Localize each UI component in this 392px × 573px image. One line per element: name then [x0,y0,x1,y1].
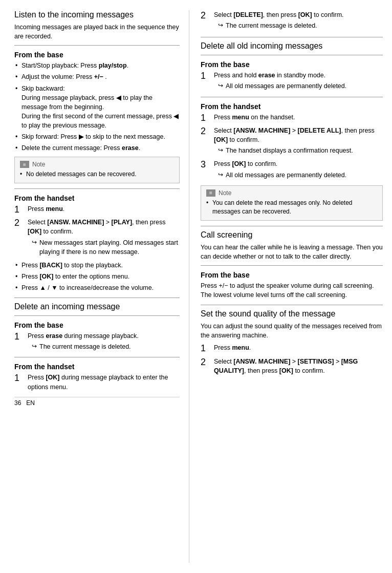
del-all-handset-step-3: 3 Press [OK] to confirm. ↪ All old messa… [201,159,383,181]
del-all-base-arrow-1: ↪ All old messages are permanently delet… [214,81,383,91]
divider-1 [14,45,180,46]
page-container: Listen to the incoming messages Incoming… [0,0,392,573]
note-box-2: ≡ Note You can delete the read messages … [201,185,383,221]
del-base-step-content-1: Press erase during message playback. ↪ T… [28,331,180,353]
del-all-h-arrow-2: ↪ All old messages are permanently delet… [214,171,383,180]
sound-quality-intro: You can adjust the sound quality of the … [201,322,383,340]
del-all-handset-step-2: 2 Select [ANSW. MACHINE] > [DELETE ALL],… [201,126,383,157]
sound-step-content-1: Press menu. [214,343,383,352]
right-step-content-2: Select [DELETE], then press [OK] to conf… [214,10,383,32]
sound-step-1: 1 Press menu. [201,343,383,354]
intro-text: Incoming messages are played back in the… [14,23,180,41]
from-handset-section: From the handset 1 Press menu. 2 Select … [14,194,180,292]
delete-handset-title: From the handset [14,363,180,371]
right-arrow-text-1: The current message is deleted. [226,21,317,30]
sound-step-content-2: Select [ANSW. MACHINE] > [SETTINGS] > [M… [214,357,383,375]
step-content-2: Select [ANSW. MACHINE] > [PLAY], then pr… [28,218,180,258]
del-all-base-arrow-sym-1: ↪ [218,81,223,90]
from-base-title: From the base [14,51,180,59]
del-all-base-step-1: 1 Press and hold erase in standby mode. … [201,71,383,92]
extra-bullet-1: Press [BACK] to stop the playback. [14,261,180,270]
bullet-3: Skip backward: During message playback, … [14,84,180,131]
del-all-base-step-content-1: Press and hold erase in standby mode. ↪ … [214,71,383,92]
sound-step-2: 2 Select [ANSW. MACHINE] > [SETTINGS] > … [201,357,383,375]
note-icon-2: ≡ [206,189,215,197]
right-step2-section: 2 Select [DELETE], then press [OK] to co… [201,10,383,32]
del-base-arrow-text-1: The current message is deleted. [39,342,131,351]
right-divider-6 [201,305,383,305]
divider-5 [14,357,180,357]
right-column: 2 Select [DELETE], then press [OK] to co… [189,10,392,563]
handset-step-2: 2 Select [ANSW. MACHINE] > [PLAY], then … [14,218,180,258]
from-base-section: From the base Start/Stop playback: Press… [14,51,180,183]
del-all-h-step-content-2: Select [ANSW. MACHINE] > [DELETE ALL], t… [214,126,383,157]
page-footer: 36 EN [14,397,180,407]
right-arrow-1: ↪ The current message is deleted. [214,21,383,30]
left-column: Listen to the incoming messages Incoming… [0,10,189,563]
listen-section: Listen to the incoming messages Incoming… [14,10,180,46]
note-item-2: You can delete the read messages only. N… [206,199,377,217]
del-handset-step-content-1: Press [OK] during message playback to en… [28,373,180,391]
note-item-1: No deleted messages can be recovered. [20,170,174,179]
note-header-2: ≡ Note [206,189,377,197]
sound-step-num-1: 1 [201,343,212,354]
bullet-1: Start/Stop playback: Press play/stop. [14,61,180,70]
del-all-h-step-content-1: Press menu on the handset. [214,113,383,122]
del-base-step-num-1: 1 [14,331,26,343]
del-all-h-step-num-2: 2 [201,126,212,137]
call-screening-title: Call screening [201,230,383,240]
delete-title: Delete an incoming message [14,302,180,311]
step-num-2: 2 [14,218,26,229]
page-lang: EN [26,399,35,407]
del-all-h-arrow-text-2: All old messages are permanently deleted… [226,171,346,180]
del-base-arrow-1: ↪ The current message is deleted. [28,342,180,351]
del-all-h-arrow-1: ↪ The handset displays a confirmation re… [214,146,383,155]
del-all-base-title: From the base [201,60,383,69]
note-list-1: No deleted messages can be recovered. [20,170,174,179]
delete-all-section: Delete all old incoming messages From th… [201,41,383,220]
extra-bullet-2: Press [OK] to enter the options menu. [14,272,180,281]
delete-all-title: Delete all old incoming messages [201,41,383,51]
right-arrow-sym-1: ↪ [218,21,223,30]
del-base-arrow-sym-1: ↪ [32,342,37,351]
step-content-1: Press menu. [28,204,180,214]
call-screen-base-title: From the base [201,271,383,279]
main-title: Listen to the incoming messages [14,10,180,19]
delete-base-title: From the base [14,321,180,329]
call-screening-section: Call screening You can hear the caller w… [201,230,383,300]
sound-step-num-2: 2 [201,357,212,368]
note-header-1: ≡ Note [20,161,174,168]
del-all-h-step-num-3: 3 [201,159,212,171]
right-divider-1 [201,37,383,37]
del-all-base-arrow-text-1: All old messages are permanently deleted… [226,81,346,91]
right-divider-2 [201,55,383,55]
del-handset-step-num-1: 1 [14,373,26,384]
delete-handset-step-1: 1 Press [OK] during message playback to … [14,373,180,391]
del-all-handset-title: From the handset [201,102,383,111]
right-step-num-2: 2 [201,10,212,22]
call-screening-intro: You can hear the caller while he is leav… [201,243,383,261]
handset-extra-bullets: Press [BACK] to stop the playback. Press… [14,261,180,292]
del-all-h-arrow-text-1: The handset displays a confirmation requ… [226,146,353,155]
delete-section: Delete an incoming message From the base… [14,302,180,392]
right-divider-5 [201,265,383,266]
del-all-base-step-num-1: 1 [201,71,212,82]
arrow-text-1: New messages start playing. Old messages… [39,238,180,257]
delete-base-step-1: 1 Press erase during message playback. ↪… [14,331,180,353]
arrow-sym-1: ↪ [32,238,37,247]
page-number: 36 [14,399,21,407]
arrow-1: ↪ New messages start playing. Old messag… [28,238,180,257]
right-divider-3 [201,97,383,97]
sound-quality-section: Set the sound quality of the message You… [201,309,383,375]
divider-4 [14,315,180,316]
del-all-handset-step-1: 1 Press menu on the handset. [201,113,383,124]
call-screen-base-text: Press +/− to adjust the speaker volume d… [201,281,383,300]
note-icon-1: ≡ [20,161,29,168]
right-step-2: 2 Select [DELETE], then press [OK] to co… [201,10,383,32]
bullet-5: Delete the current message: Press erase. [14,143,180,153]
sound-quality-title: Set the sound quality of the message [201,309,383,319]
del-all-h-arrow-sym-1: ↪ [218,146,223,155]
right-divider-4 [201,226,383,226]
bullet-2: Adjust the volume: Press +/− . [14,72,180,81]
divider-3 [14,298,180,298]
